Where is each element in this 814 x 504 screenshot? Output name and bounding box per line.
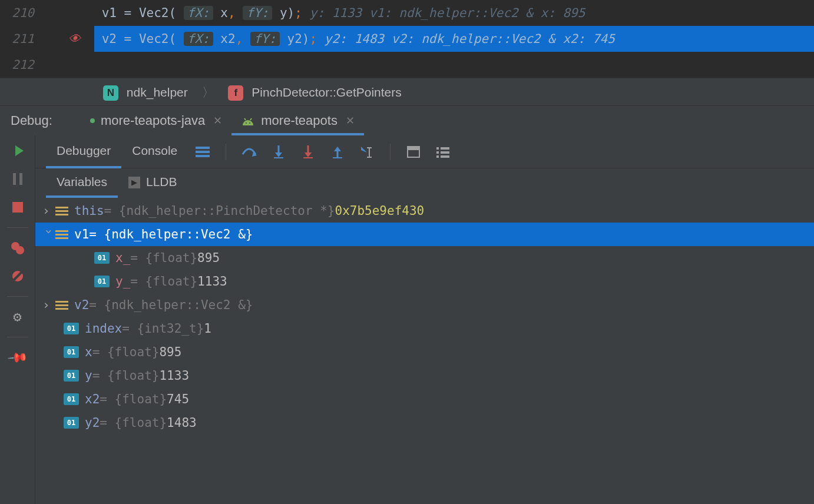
var-x[interactable]: 01 x = {float} 895 [35, 340, 814, 364]
svg-rect-3 [19, 173, 22, 185]
trace-button[interactable] [434, 143, 452, 161]
collapse-icon[interactable]: › [37, 228, 61, 241]
step-over-button[interactable] [240, 143, 258, 161]
debug-panel-header: Debug: more-teapots-java ✕ more-teapots … [0, 106, 814, 135]
svg-rect-26 [441, 151, 449, 154]
primitive-icon: 01 [64, 346, 79, 358]
var-v1-y[interactable]: 01 y_ = {float} 1133 [35, 270, 814, 293]
expand-icon[interactable]: › [42, 293, 55, 317]
breadcrumb-namespace[interactable]: ndk_helper [127, 85, 188, 99]
watch-icon: 👁 [68, 32, 81, 46]
caret-right-icon: ▶ [128, 177, 140, 188]
var-y[interactable]: 01 y = {float} 1133 [35, 364, 814, 387]
chevron-right-icon: 〉 [202, 85, 214, 99]
svg-rect-9 [196, 147, 210, 149]
separator [226, 144, 226, 160]
svg-rect-11 [196, 155, 210, 157]
line-number: 211👁 [0, 26, 94, 52]
expand-icon[interactable]: › [42, 199, 55, 223]
pause-button[interactable] [9, 171, 26, 187]
svg-rect-23 [436, 147, 439, 150]
struct-icon [55, 205, 68, 216]
svg-rect-24 [441, 147, 449, 150]
separator [7, 296, 28, 297]
line-number: 210 [0, 0, 94, 26]
primitive-icon: 01 [64, 393, 79, 405]
android-icon [241, 116, 255, 125]
svg-rect-4 [12, 202, 23, 213]
debugger-subtabs: Variables ▶LLDB [35, 168, 814, 198]
pin-button[interactable]: 📌 [6, 346, 29, 369]
line-number: 212 [0, 52, 94, 78]
svg-point-1 [249, 122, 250, 124]
namespace-icon: N [103, 85, 118, 101]
primitive-icon: 01 [94, 252, 110, 264]
code-line-212[interactable]: 212 [0, 52, 814, 78]
tab-console[interactable]: Console [121, 135, 188, 168]
var-v1[interactable]: › v1 = {ndk_helper::Vec2 &} [35, 223, 814, 246]
close-icon[interactable]: ✕ [213, 106, 222, 135]
breakpoints-button[interactable] [9, 240, 26, 256]
var-v1-x[interactable]: 01 x_ = {float} 895 [35, 246, 814, 270]
svg-rect-25 [436, 151, 439, 154]
threads-icon[interactable] [194, 143, 211, 161]
close-icon[interactable]: ✕ [346, 106, 355, 135]
svg-rect-28 [441, 155, 449, 158]
code-line-210[interactable]: 210 v1 = Vec2( fX: x, fY: y); y: 1133 v1… [0, 0, 814, 26]
code-line-211-current[interactable]: 211👁 v2 = Vec2( fX: x2, fY: y2); y2: 148… [0, 26, 814, 52]
var-x2[interactable]: 01 x2 = {float} 745 [35, 387, 814, 411]
evaluate-expression-button[interactable] [405, 143, 422, 161]
var-v2[interactable]: › v2 = {ndk_helper::Vec2 &} [35, 293, 814, 317]
var-this[interactable]: › this = {ndk_helper::PinchDetector *} 0… [35, 199, 814, 223]
code-content: v1 = Vec2( fX: x, fY: y); y: 1133 v1: nd… [102, 0, 585, 26]
breadcrumb-function[interactable]: PinchDetector::GetPointers [252, 85, 401, 99]
svg-rect-10 [196, 151, 210, 153]
svg-rect-27 [436, 155, 439, 158]
separator [7, 337, 28, 337]
debug-control-sidebar: ⚙ 📌 [0, 135, 35, 504]
debug-tab-java[interactable]: more-teapots-java ✕ [81, 106, 231, 135]
settings-button[interactable]: ⚙ [9, 309, 26, 325]
function-icon: f [228, 85, 243, 101]
resume-button[interactable] [9, 142, 26, 159]
separator [7, 227, 28, 228]
stop-button[interactable] [9, 199, 26, 215]
var-index[interactable]: 01 index = {int32_t} 1 [35, 317, 814, 340]
primitive-icon: 01 [64, 323, 79, 334]
debugger-toolbar: Debugger Console [35, 135, 814, 168]
struct-icon [55, 300, 68, 310]
tab-debugger[interactable]: Debugger [46, 135, 121, 168]
mute-breakpoints-button[interactable] [9, 268, 26, 284]
force-step-into-button[interactable] [299, 143, 317, 161]
code-editor[interactable]: 210 v1 = Vec2( fX: x, fY: y); y: 1133 v1… [0, 0, 814, 78]
svg-point-0 [246, 122, 247, 124]
svg-point-6 [16, 246, 24, 254]
tab-lldb[interactable]: ▶LLDB [118, 168, 188, 198]
primitive-icon: 01 [94, 276, 110, 287]
primitive-icon: 01 [64, 417, 79, 429]
step-out-button[interactable] [329, 143, 346, 161]
debug-title: Debug: [11, 106, 52, 135]
variables-tree[interactable]: › this = {ndk_helper::PinchDetector *} 0… [35, 198, 814, 504]
code-content: v2 = Vec2( fX: x2, fY: y2); y2: 1483 v2:… [102, 26, 615, 52]
svg-rect-2 [13, 173, 16, 185]
running-indicator-icon [90, 118, 95, 123]
svg-rect-22 [408, 147, 419, 150]
separator [390, 144, 391, 160]
var-y2[interactable]: 01 y2 = {float} 1483 [35, 411, 814, 435]
tab-variables[interactable]: Variables [46, 168, 118, 198]
primitive-icon: 01 [64, 370, 79, 382]
breadcrumb[interactable]: N ndk_helper 〉 f PinchDetector::GetPoint… [0, 78, 814, 106]
debug-tab-native[interactable]: more-teapots ✕ [231, 106, 364, 135]
step-into-button[interactable] [270, 143, 287, 161]
run-to-cursor-button[interactable] [358, 143, 376, 161]
